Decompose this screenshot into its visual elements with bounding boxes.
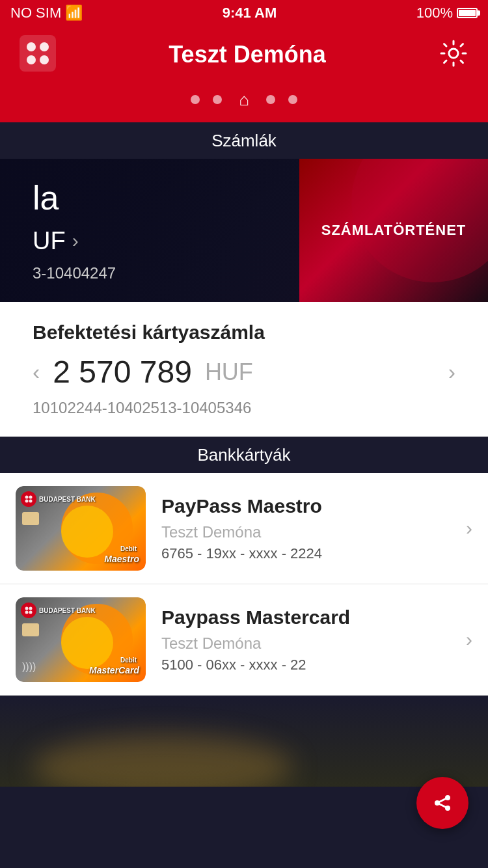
- card-bank-name-mastercard: BUDAPEST BANK: [39, 607, 96, 614]
- account-chevron-icon: ›: [72, 230, 79, 252]
- card-debit-maestro: Debit: [120, 545, 137, 552]
- card-item-mastercard[interactable]: BUDAPEST BANK )))) Debit MasterCard Payp…: [0, 584, 488, 696]
- investment-account[interactable]: Befektetési kártyaszámla ‹ 2 570 789 HUF…: [0, 302, 488, 437]
- nav-dot-home[interactable]: ⌂: [235, 90, 253, 109]
- svg-point-11: [29, 607, 33, 610]
- status-left: NO SIM 📶: [10, 5, 83, 21]
- account-name-partial: la: [33, 178, 299, 217]
- card-debit-mastercard: Debit: [120, 657, 137, 664]
- status-time: 9:41 AM: [223, 5, 277, 21]
- card-item-maestro[interactable]: BUDAPEST BANK Debit Maestro PayPass Maes…: [0, 473, 488, 584]
- svg-point-16: [435, 800, 440, 806]
- card-type-maestro: Maestro: [104, 554, 139, 564]
- card-info-mastercard: Paypass Mastercard Teszt Demóna 5100 - 0…: [161, 606, 459, 673]
- battery-text: 100%: [416, 5, 453, 21]
- card-bank-name-maestro: BUDAPEST BANK: [39, 496, 96, 503]
- bankkartya-section-header: Bankkártyák: [0, 437, 488, 473]
- svg-point-10: [25, 607, 29, 610]
- investment-currency: HUF: [205, 359, 253, 386]
- app-logo: [20, 35, 56, 74]
- status-right: 100%: [416, 5, 478, 21]
- svg-point-5: [449, 49, 458, 58]
- wifi-icon: 📶: [65, 5, 83, 21]
- card-number-maestro: 6765 - 19xx - xxxx - 2224: [161, 545, 459, 562]
- card-info-maestro: PayPass Maestro Teszt Demóna 6765 - 19xx…: [161, 495, 459, 562]
- szamlak-section-header: Számlák: [0, 122, 488, 159]
- card-chevron-maestro: ›: [466, 517, 472, 539]
- bottom-background: [0, 696, 488, 787]
- investment-account-number: 10102244-10402513-10405346: [33, 399, 455, 417]
- svg-point-8: [25, 500, 29, 503]
- app-header: Teszt Demóna: [0, 26, 488, 83]
- investment-balance-left: ‹ 2 570 789 HUF: [33, 354, 253, 390]
- bankkartya-label: Bankkártyák: [197, 445, 290, 465]
- status-bar: NO SIM 📶 9:41 AM 100%: [0, 0, 488, 26]
- investment-account-title: Befektetési kártyaszámla: [33, 321, 455, 344]
- svg-point-6: [25, 496, 29, 499]
- nav-dot-2[interactable]: [213, 95, 222, 104]
- bb-logo-maestro: [21, 491, 36, 507]
- card-name-maestro: PayPass Maestro: [161, 495, 459, 518]
- svg-point-15: [445, 806, 450, 811]
- card-type-mastercard: MasterCard: [89, 665, 139, 675]
- account-balance-row: UF ›: [33, 227, 299, 255]
- card-number-mastercard: 5100 - 06xx - xxxx - 22: [161, 657, 459, 673]
- account-card-left[interactable]: la UF › 3-10404247: [0, 159, 299, 302]
- svg-point-13: [29, 611, 33, 614]
- nav-dot-5[interactable]: [288, 95, 297, 104]
- nfc-icon-mastercard: )))): [22, 661, 36, 673]
- card-holder-maestro: Teszt Demóna: [161, 523, 459, 541]
- card-image-mastercard: BUDAPEST BANK )))) Debit MasterCard: [16, 597, 146, 682]
- svg-point-7: [29, 496, 33, 499]
- svg-point-4: [40, 55, 49, 64]
- account-number-partial: 3-10404247: [33, 264, 299, 282]
- szamlatortenet-label: SZÁMLATÖRTÉNET: [321, 221, 467, 240]
- account-card-area: la UF › 3-10404247 SZÁMLATÖRTÉNET: [0, 159, 488, 302]
- battery-icon: [457, 8, 478, 18]
- nav-dot-1[interactable]: [191, 95, 200, 104]
- investment-next-icon[interactable]: ›: [448, 359, 455, 385]
- svg-point-3: [27, 55, 36, 64]
- settings-button[interactable]: [439, 38, 468, 71]
- home-icon: ⌂: [239, 90, 249, 110]
- account-balance-partial: UF: [33, 227, 66, 255]
- investment-prev-icon[interactable]: ‹: [33, 359, 40, 385]
- no-sim-text: NO SIM: [10, 5, 61, 21]
- investment-amount: 2 570 789: [53, 354, 192, 390]
- investment-balance-row: ‹ 2 570 789 HUF ›: [33, 354, 455, 390]
- card-holder-mastercard: Teszt Demóna: [161, 634, 459, 653]
- svg-point-1: [27, 42, 36, 51]
- nav-dots: ⌂: [0, 83, 488, 122]
- svg-rect-0: [20, 35, 56, 72]
- svg-point-14: [445, 795, 450, 800]
- card-image-maestro: BUDAPEST BANK Debit Maestro: [16, 486, 146, 571]
- bb-logo-mastercard: [21, 603, 36, 618]
- card-name-mastercard: Paypass Mastercard: [161, 606, 459, 629]
- card-chevron-mastercard: ›: [466, 629, 472, 651]
- svg-point-9: [29, 500, 33, 503]
- szamlatortenet-button[interactable]: SZÁMLATÖRTÉNET: [299, 159, 488, 302]
- nav-dot-4[interactable]: [266, 95, 275, 104]
- szamlak-label: Számlák: [211, 131, 277, 151]
- fab-share-button[interactable]: [416, 777, 468, 829]
- header-title: Teszt Demóna: [169, 41, 325, 68]
- svg-point-2: [40, 42, 49, 51]
- svg-point-12: [25, 611, 29, 614]
- share-icon: [431, 791, 454, 815]
